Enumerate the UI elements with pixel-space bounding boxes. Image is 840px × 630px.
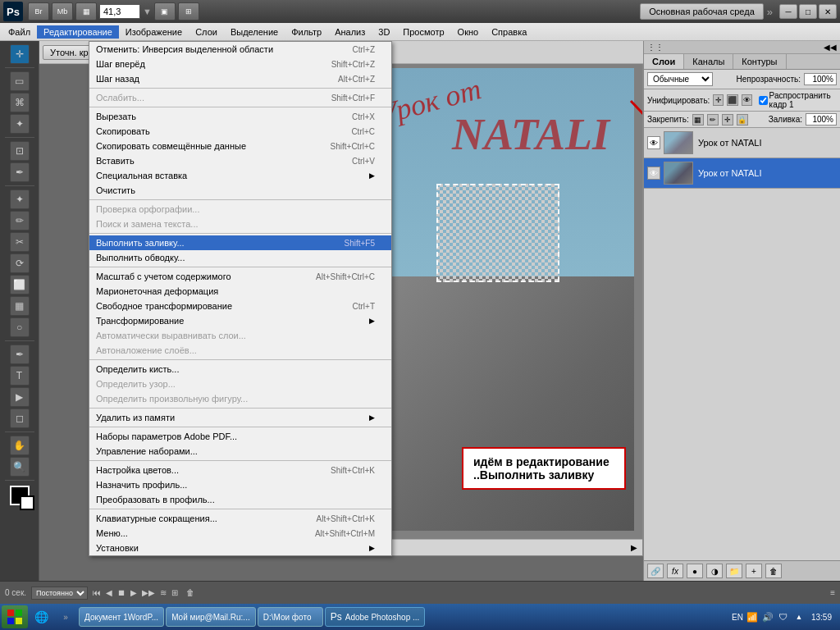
- menu-item-free-transform[interactable]: Свободное трансформирование Ctrl+T: [89, 299, 391, 313]
- menu-file[interactable]: Файл: [2, 25, 37, 39]
- layer-visibility-toggle[interactable]: 👁: [647, 136, 660, 149]
- menu-item-convert-profile[interactable]: Преобразовать в профиль...: [89, 492, 391, 507]
- menu-window[interactable]: Окно: [451, 25, 486, 39]
- tool-clone[interactable]: ✂: [10, 232, 30, 252]
- taskbar-item-photos[interactable]: D:\Мои фото: [258, 607, 323, 627]
- lock-all-btn[interactable]: 🔒: [737, 114, 748, 126]
- lock-position-btn[interactable]: ✛: [722, 114, 733, 126]
- close-button[interactable]: ✕: [819, 4, 837, 19]
- layer-group-btn[interactable]: 📁: [726, 564, 742, 578]
- tool-gradient[interactable]: ▦: [10, 296, 30, 316]
- tool-eraser[interactable]: ⬜: [10, 275, 30, 294]
- menu-view[interactable]: Просмотр: [396, 25, 450, 39]
- tool-lasso[interactable]: ⌘: [10, 93, 30, 112]
- tool-brush[interactable]: ✏: [10, 211, 30, 231]
- menu-item-prefs[interactable]: Установки ▶: [89, 541, 391, 555]
- tool-dodge[interactable]: ○: [10, 317, 30, 337]
- menu-item-copy[interactable]: Скопировать Ctrl+C: [89, 124, 391, 139]
- menu-analysis[interactable]: Анализ: [328, 25, 372, 39]
- view-icon[interactable]: ▣: [154, 2, 176, 21]
- playback-select[interactable]: Постоянно: [31, 587, 88, 600]
- minibrigde-icon[interactable]: Mb: [52, 2, 73, 21]
- menu-item-fill[interactable]: Выполнить заливку... Shift+F5: [89, 235, 391, 250]
- menu-help[interactable]: Справка: [485, 25, 533, 39]
- taskbar-item-word[interactable]: Документ 1WordP...: [79, 607, 164, 627]
- panel-collapse[interactable]: ◀◀: [824, 43, 837, 52]
- minimize-button[interactable]: ─: [779, 4, 797, 19]
- menu-item-paste-special[interactable]: Специальная вставка ▶: [89, 168, 391, 183]
- lock-image-btn[interactable]: ✏: [707, 114, 719, 126]
- tool-zoom[interactable]: 🔍: [10, 457, 30, 477]
- menu-item-cut[interactable]: Вырезать Ctrl+X: [89, 109, 391, 124]
- tool-select-rect[interactable]: ▭: [10, 71, 30, 91]
- tool-history[interactable]: ⟳: [10, 253, 30, 273]
- menu-item-menus[interactable]: Меню... Alt+Shift+Ctrl+M: [89, 526, 391, 541]
- menu-item-clear[interactable]: Очистить: [89, 183, 391, 198]
- workspace-button[interactable]: Основная рабочая среда: [640, 3, 764, 20]
- menu-edit[interactable]: Редактирование: [37, 25, 119, 39]
- timeline-collapse-btn[interactable]: ≡: [830, 588, 835, 597]
- layer-new-btn[interactable]: +: [746, 564, 762, 578]
- menu-item-undo[interactable]: Отменить: Инверсия выделенной области Ct…: [89, 42, 391, 57]
- menu-item-stepforward[interactable]: Шаг вперёд Shift+Ctrl+Z: [89, 57, 391, 71]
- layer-visibility-toggle[interactable]: 👁: [647, 167, 660, 180]
- doc-arrow-btn[interactable]: ▶: [631, 543, 637, 552]
- menu-item-color-settings[interactable]: Настройка цветов... Shift+Ctrl+K: [89, 463, 391, 477]
- layer-item[interactable]: 👁 Урок от NATALI: [644, 128, 840, 158]
- tool-path-select[interactable]: ▶: [10, 387, 30, 407]
- layer-delete-btn[interactable]: 🗑: [765, 564, 782, 578]
- layer-adjust-btn[interactable]: ◑: [706, 564, 723, 578]
- expand-panels-icon[interactable]: »: [767, 6, 773, 18]
- menu-item-stepback[interactable]: Шаг назад Alt+Ctrl+Z: [89, 71, 391, 86]
- menu-item-paste[interactable]: Вставить Ctrl+V: [89, 153, 391, 168]
- menu-item-assign-profile[interactable]: Назначить профиль...: [89, 477, 391, 492]
- menu-item-stroke[interactable]: Выполнить обводку...: [89, 250, 391, 265]
- tool-eyedropper[interactable]: ✒: [10, 162, 30, 182]
- tool-shape[interactable]: ◻: [10, 409, 30, 428]
- new-frame-btn[interactable]: ⊞: [171, 588, 178, 597]
- layout-icon[interactable]: ⊞: [178, 2, 199, 21]
- background-color[interactable]: [20, 495, 34, 510]
- tool-spot-heal[interactable]: ✦: [10, 189, 30, 209]
- tray-expand-icon[interactable]: ▲: [792, 610, 806, 623]
- menu-item-purge[interactable]: Удалить из памяти ▶: [89, 410, 391, 425]
- tray-speaker-icon[interactable]: 🔊: [761, 610, 774, 623]
- tool-hand[interactable]: ✋: [10, 436, 30, 455]
- tween-btn[interactable]: ≋: [160, 588, 167, 597]
- menu-item-content-scale[interactable]: Масштаб с учетом содержимого Alt+Shift+C…: [89, 269, 391, 284]
- tray-network-icon[interactable]: 📶: [746, 610, 759, 623]
- menu-item-define-brush[interactable]: Определить кисть...: [89, 362, 391, 377]
- unify-position-btn[interactable]: ✛: [713, 94, 724, 106]
- layer-style-btn[interactable]: fx: [667, 564, 683, 578]
- tool-magic-wand[interactable]: ✦: [10, 114, 30, 134]
- unify-style-btn[interactable]: ⬛: [727, 94, 737, 106]
- prev-frame-btn[interactable]: ◀: [106, 588, 112, 597]
- maximize-button[interactable]: □: [799, 4, 817, 19]
- layer-item[interactable]: 👁 Урок от NATALI: [644, 158, 840, 189]
- tool-crop[interactable]: ⊡: [10, 141, 30, 161]
- lock-transparent-btn[interactable]: ▦: [692, 114, 704, 126]
- next-frame-btn[interactable]: ▶▶: [142, 588, 155, 597]
- menu-layers[interactable]: Слои: [189, 25, 224, 39]
- foreground-color[interactable]: [10, 486, 30, 505]
- opacity-value[interactable]: 100%: [804, 73, 837, 85]
- menu-3d[interactable]: 3D: [372, 25, 396, 39]
- menu-item-manage-presets[interactable]: Управление наборами...: [89, 444, 391, 459]
- menu-select[interactable]: Выделение: [224, 25, 285, 39]
- taskbar-item-photoshop[interactable]: Ps Adobe Photoshop ...: [325, 607, 426, 627]
- play-btn[interactable]: ▶: [130, 588, 137, 597]
- delete-frame-btn[interactable]: 🗑: [186, 588, 194, 597]
- fill-value[interactable]: 100%: [806, 113, 837, 126]
- menu-item-transform[interactable]: Трансформирование ▶: [89, 313, 391, 328]
- menu-filter[interactable]: Фильтр: [285, 25, 328, 39]
- play-back-btn[interactable]: ⏮: [93, 588, 101, 597]
- stop-btn[interactable]: ⏹: [117, 588, 126, 597]
- menu-item-puppet-warp[interactable]: Марионеточная деформация: [89, 284, 391, 299]
- blend-mode-select[interactable]: Обычные: [647, 72, 713, 86]
- menu-item-copy-merged[interactable]: Скопировать совмещённые данные Shift+Ctr…: [89, 139, 391, 153]
- tab-channels[interactable]: Каналы: [684, 54, 733, 69]
- tool-text[interactable]: T: [10, 366, 30, 386]
- unify-visibility-btn[interactable]: 👁: [742, 94, 752, 106]
- taskbar-arrow-icon[interactable]: »: [54, 605, 77, 628]
- tool-move[interactable]: ✛: [10, 44, 30, 64]
